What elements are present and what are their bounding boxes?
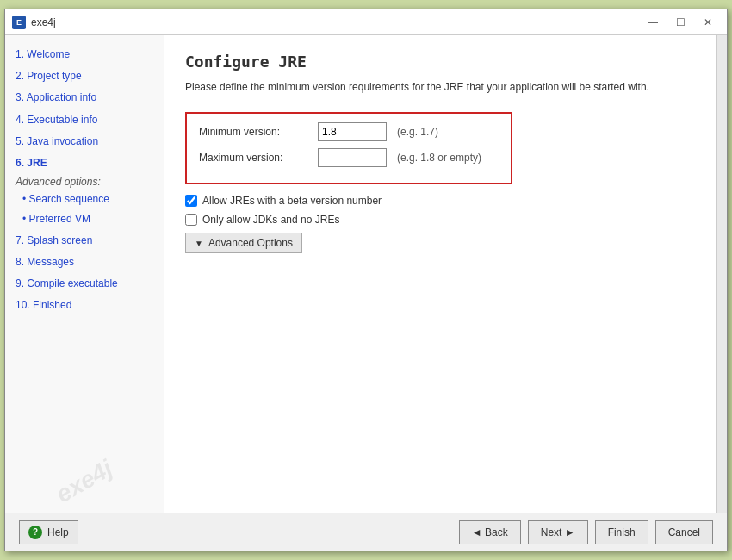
chevron-down-icon: ▼ bbox=[195, 239, 203, 248]
maximum-version-input[interactable] bbox=[318, 148, 387, 167]
maximum-version-label: Maximum version: bbox=[199, 152, 311, 164]
cancel-label: Cancel bbox=[668, 526, 700, 538]
help-button[interactable]: ? Help bbox=[19, 520, 78, 544]
version-form-section: Minimum version: (e.g. 1.7) Maximum vers… bbox=[185, 112, 512, 184]
main-window: E exe4j — ☐ ✕ 1. Welcome 2. Project type… bbox=[4, 9, 728, 551]
sidebar-item-welcome[interactable]: 1. Welcome bbox=[5, 44, 164, 65]
advanced-options-button[interactable]: ▼ Advanced Options bbox=[185, 233, 302, 253]
footer-nav-buttons: ◄ Back Next ► Finish Cancel bbox=[459, 520, 713, 544]
minimum-version-label: Minimum version: bbox=[199, 126, 311, 138]
help-icon: ? bbox=[28, 526, 42, 539]
back-button[interactable]: ◄ Back bbox=[459, 520, 521, 544]
finish-label: Finish bbox=[608, 526, 636, 538]
beta-version-label: Allow JREs with a beta version number bbox=[202, 195, 382, 207]
titlebar: E exe4j — ☐ ✕ bbox=[5, 9, 727, 35]
next-button[interactable]: Next ► bbox=[528, 520, 588, 544]
content-area: 1. Welcome 2. Project type 3. Applicatio… bbox=[5, 35, 727, 513]
titlebar-left: E exe4j bbox=[12, 16, 56, 29]
jdk-only-label: Only allow JDKs and no JREs bbox=[202, 214, 339, 226]
advanced-options-label: Advanced Options bbox=[208, 237, 293, 249]
window-controls: — ☐ ✕ bbox=[641, 14, 720, 31]
close-button[interactable]: ✕ bbox=[696, 14, 720, 31]
jdk-only-checkbox-row: Only allow JDKs and no JREs bbox=[185, 214, 696, 226]
beta-version-checkbox-row: Allow JREs with a beta version number bbox=[185, 195, 696, 207]
page-title: Configure JRE bbox=[185, 53, 696, 71]
scrollbar[interactable] bbox=[716, 35, 727, 513]
sidebar-advanced-options-header: Advanced options: bbox=[5, 174, 164, 190]
sidebar-item-application-info[interactable]: 3. Application info bbox=[5, 87, 164, 109]
watermark: exe4j bbox=[52, 455, 118, 509]
sidebar-item-compile-executable[interactable]: 9. Compile executable bbox=[5, 273, 164, 295]
app-icon: E bbox=[12, 16, 26, 29]
next-label: Next ► bbox=[541, 526, 575, 538]
window-title: exe4j bbox=[31, 16, 56, 28]
jdk-only-checkbox[interactable] bbox=[185, 214, 197, 226]
sidebar-item-messages[interactable]: 8. Messages bbox=[5, 252, 164, 273]
sidebar-item-java-invocation[interactable]: 5. Java invocation bbox=[5, 131, 164, 152]
minimize-button[interactable]: — bbox=[641, 14, 665, 31]
cancel-button[interactable]: Cancel bbox=[655, 520, 713, 544]
minimum-version-input[interactable] bbox=[318, 122, 387, 141]
main-panel: Configure JRE Please define the minimum … bbox=[164, 35, 716, 513]
help-label: Help bbox=[47, 526, 69, 538]
maximum-version-row: Maximum version: (e.g. 1.8 or empty) bbox=[199, 148, 499, 167]
sidebar-item-project-type[interactable]: 2. Project type bbox=[5, 65, 164, 87]
maximize-button[interactable]: ☐ bbox=[668, 14, 692, 31]
footer: ? Help ◄ Back Next ► Finish Cancel bbox=[5, 513, 727, 551]
sidebar-item-jre[interactable]: 6. JRE bbox=[5, 152, 164, 174]
sidebar-item-executable-info[interactable]: 4. Executable info bbox=[5, 109, 164, 131]
sidebar: 1. Welcome 2. Project type 3. Applicatio… bbox=[5, 35, 164, 513]
page-description: Please define the minimum version requir… bbox=[185, 79, 696, 95]
sidebar-item-preferred-vm[interactable]: • Preferred VM bbox=[5, 209, 164, 229]
sidebar-item-search-sequence[interactable]: • Search sequence bbox=[5, 190, 164, 209]
minimum-version-hint: (e.g. 1.7) bbox=[397, 126, 438, 138]
maximum-version-hint: (e.g. 1.8 or empty) bbox=[397, 152, 481, 164]
sidebar-item-splash-screen[interactable]: 7. Splash screen bbox=[5, 230, 164, 252]
beta-version-checkbox[interactable] bbox=[185, 195, 197, 207]
finish-button[interactable]: Finish bbox=[595, 520, 648, 544]
sidebar-item-finished[interactable]: 10. Finished bbox=[5, 295, 164, 316]
minimum-version-row: Minimum version: (e.g. 1.7) bbox=[199, 122, 499, 141]
back-label: ◄ Back bbox=[472, 526, 508, 538]
